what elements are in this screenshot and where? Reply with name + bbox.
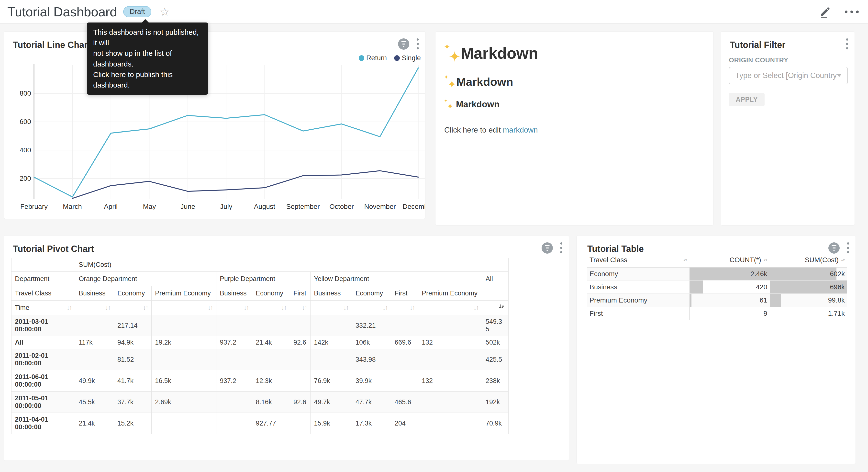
pivot-cell: 669.6 (391, 336, 418, 349)
department-group: Purple Department (216, 272, 311, 286)
filter-badge-icon[interactable] (541, 242, 553, 254)
department-label: Department (11, 272, 75, 286)
pivot-cell: 2.69k (152, 391, 216, 413)
sort-descending-active-icon[interactable] (498, 303, 505, 310)
sort-icon[interactable]: ↓↑ (208, 304, 213, 311)
x-axis-tick: December (399, 203, 426, 211)
class-col: Premium Economy (418, 286, 482, 301)
pivot-cell: 45.5k (75, 391, 114, 413)
sort-icon[interactable]: ↓↑ (281, 304, 286, 311)
edit-pencil-icon[interactable] (820, 6, 831, 18)
sort-icon[interactable]: ↓↑ (105, 304, 110, 311)
pivot-metric-header: SUM(Cost) (75, 258, 508, 272)
y-axis-tick: 600 (7, 118, 31, 126)
cell-travel-class: Economy (587, 267, 689, 281)
filter-menu-icon[interactable] (845, 37, 849, 50)
class-col: Economy (352, 286, 391, 301)
sort-icon[interactable]: ▴▾ (841, 259, 845, 261)
y-axis-tick: 200 (7, 175, 31, 182)
markdown-card: Markdown Markdown Markdown Click here to… (435, 31, 713, 226)
chart-menu-icon[interactable] (559, 241, 563, 254)
sort-icon[interactable]: ↓↑ (244, 304, 249, 311)
pivot-cell (75, 315, 114, 336)
pivot-cell (216, 391, 252, 413)
sum-bar (770, 268, 836, 280)
cell-sum: 99.8k (828, 296, 845, 304)
sort-icon[interactable]: ↓↑ (66, 304, 72, 312)
draft-status-badge[interactable]: Draft (123, 6, 151, 18)
pivot-cell: 12.3k (252, 370, 290, 391)
pivot-cell (418, 315, 482, 336)
x-axis-tick: May (130, 203, 169, 211)
class-col: Economy (252, 286, 290, 301)
table-row: Business 420 696k (587, 281, 847, 294)
sort-icon[interactable]: ↓↑ (343, 304, 348, 311)
pivot-data-row: 2011-03-01 00:00:00 217.14 332.21 549.35 (11, 315, 508, 336)
pivot-cell (290, 413, 311, 434)
pivot-cell: 16.5k (152, 370, 216, 391)
sort-icon[interactable]: ↓↑ (382, 304, 388, 311)
favorite-star-icon[interactable]: ☆ (160, 6, 170, 18)
sort-icon[interactable]: ▴▾ (683, 259, 687, 261)
row-time: 2011-04-01 00:00:00 (11, 413, 75, 434)
chart-menu-icon[interactable] (846, 241, 850, 254)
sort-icon[interactable]: ↓↑ (473, 304, 478, 311)
pivot-cell (75, 349, 114, 370)
legend-item-return[interactable]: Return (359, 54, 387, 62)
table-card: Tutorial Table Travel Class▴▾ COUNT(*)▴▾… (576, 235, 856, 464)
row-time: 2011-02-01 00:00:00 (11, 349, 75, 370)
x-axis-tick: October (322, 203, 361, 211)
class-col (482, 286, 508, 301)
origin-country-select[interactable]: Type or Select [Origin Country] (729, 67, 848, 84)
line-chart-card: Tutorial Line Chart Return Single 800 60… (4, 31, 426, 219)
count-bar (689, 281, 703, 293)
apply-button[interactable]: APPLY (729, 93, 765, 107)
cell-travel-class: First (587, 307, 689, 320)
sort-icon[interactable]: ▴▾ (764, 259, 767, 261)
class-col: Business (216, 286, 252, 301)
pivot-table: SUM(Cost) Department Orange Department P… (11, 258, 508, 434)
results-table: Travel Class▴▾ COUNT(*)▴▾ SUM(Cost)▴▾ Ec… (587, 253, 847, 320)
department-group: Orange Department (75, 272, 216, 286)
pivot-cell: 502k (482, 336, 508, 349)
pivot-cell (252, 349, 290, 370)
x-axis-tick: June (168, 203, 207, 211)
sort-icon[interactable]: ↓↑ (302, 304, 307, 311)
sparkles-icon (444, 46, 461, 61)
pivot-cell: 465.6 (391, 391, 418, 413)
filter-badge-icon[interactable] (828, 242, 840, 254)
pivot-cell: 217.14 (114, 315, 152, 336)
more-options-icon[interactable] (845, 10, 859, 13)
pivot-cell (152, 315, 216, 336)
pivot-cell (252, 315, 290, 336)
pivot-cell: 927.77 (252, 413, 290, 434)
class-col: Economy (114, 286, 152, 301)
pivot-cell: 15.2k (114, 413, 152, 434)
count-bar (689, 307, 690, 320)
pivot-data-row: 2011-06-01 00:00:00 49.9k 41.7k 16.5k 93… (11, 370, 508, 391)
class-col: Business (311, 286, 352, 301)
pivot-cell (216, 315, 252, 336)
legend-item-single[interactable]: Single (394, 54, 421, 62)
pivot-cell: 49.7k (311, 391, 352, 413)
table-row: Premium Economy 61 99.8k (587, 294, 847, 307)
row-time: 2011-06-01 00:00:00 (11, 370, 75, 391)
sort-icon[interactable]: ↓↑ (143, 304, 148, 311)
markdown-edit-link[interactable]: markdown (503, 126, 538, 134)
col-sum: SUM(Cost) (805, 256, 838, 264)
publish-tooltip: This dashboard is not published, it will… (87, 23, 208, 95)
cell-travel-class: Premium Economy (587, 294, 689, 307)
pivot-cell: 332.21 (352, 315, 391, 336)
x-axis-tick: March (53, 203, 92, 211)
cell-sum: 696k (830, 283, 845, 291)
pivot-cell (152, 349, 216, 370)
pivot-cell: 142k (311, 336, 352, 349)
pivot-cell: 17.3k (352, 413, 391, 434)
pivot-data-row: 2011-04-01 00:00:00 21.4k 15.2k 927.77 1… (11, 413, 508, 434)
pivot-cell (391, 349, 418, 370)
pivot-chart-title: Tutorial Pivot Chart (13, 244, 94, 254)
pivot-cell: 343.98 (352, 349, 391, 370)
return-series-dot (359, 55, 364, 61)
sort-icon[interactable]: ↓↑ (409, 304, 415, 311)
class-col: Business (75, 286, 114, 301)
